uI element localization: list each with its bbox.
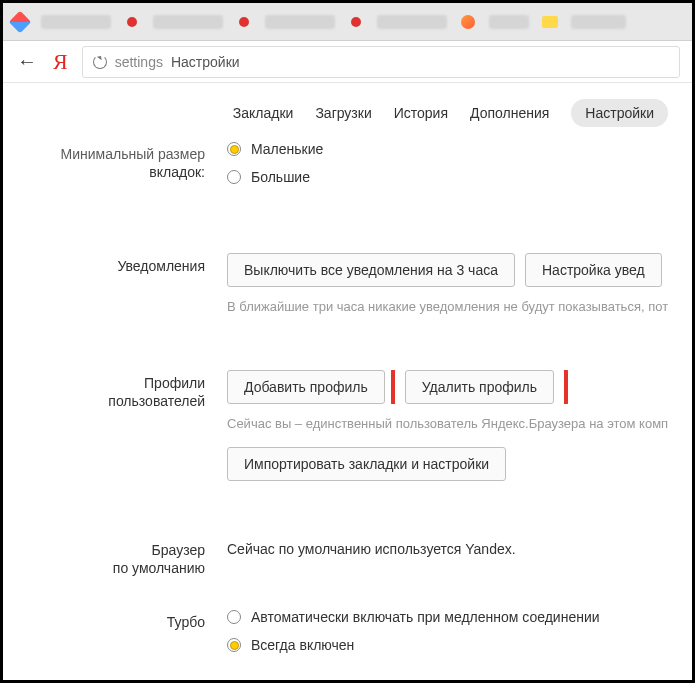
radio-icon	[227, 170, 241, 184]
yandex-logo[interactable]: Я	[53, 49, 68, 75]
settings-body: Минимальный размер вкладок: Маленькие Бо…	[3, 141, 692, 683]
label-tab-size-l1: Минимальный размер	[3, 145, 205, 163]
reload-icon[interactable]	[93, 55, 107, 69]
tab-favicon-2[interactable]	[123, 13, 141, 31]
radio-icon	[227, 610, 241, 624]
radio-icon	[227, 142, 241, 156]
default-browser-text: Сейчас по умолчанию используется Yandex.	[227, 537, 692, 557]
delete-profile-button[interactable]: Удалить профиль	[405, 370, 554, 404]
radio-turbo-auto[interactable]: Автоматически включать при медленном сое…	[227, 609, 692, 625]
notifications-hint: В ближайшие три часа никакие уведомления…	[227, 299, 692, 314]
profiles-hint: Сейчас вы – единственный пользователь Ян…	[227, 416, 692, 431]
label-turbo: Турбо	[3, 609, 227, 665]
settings-nav-tabs: Закладки Загрузки История Дополнения Нас…	[3, 83, 692, 141]
tab-settings[interactable]: Настройки	[571, 99, 668, 127]
delete-profile-highlight: Удалить профиль	[391, 370, 568, 404]
radio-label-auto: Автоматически включать при медленном сое…	[251, 609, 600, 625]
address-field[interactable]: settings Настройки	[82, 46, 680, 78]
label-profiles-l2: пользователей	[3, 392, 205, 410]
tab-favicon-5[interactable]	[459, 13, 477, 31]
tab-title-blur-4	[377, 15, 447, 29]
radio-tabsize-large[interactable]: Большие	[227, 169, 692, 185]
tab-title-blur-5	[489, 15, 529, 29]
address-title: Настройки	[171, 54, 240, 70]
tab-title-blur-1	[41, 15, 111, 29]
tab-favicon-4[interactable]	[347, 13, 365, 31]
label-default-browser: Браузер по умолчанию	[3, 537, 227, 577]
tab-title-blur-6	[571, 15, 626, 29]
tab-history[interactable]: История	[394, 105, 448, 121]
radio-label-large: Большие	[251, 169, 310, 185]
tab-addons[interactable]: Дополнения	[470, 105, 549, 121]
tab-favicon-3[interactable]	[235, 13, 253, 31]
label-tab-size-l2: вкладок:	[3, 163, 205, 181]
radio-label-always: Всегда включен	[251, 637, 354, 653]
row-default-browser: Браузер по умолчанию Сейчас по умолчанию…	[3, 537, 692, 577]
tab-bookmarks[interactable]: Закладки	[233, 105, 294, 121]
row-profiles: Профили пользователей Добавить профиль У…	[3, 370, 692, 481]
tab-downloads[interactable]: Загрузки	[315, 105, 371, 121]
label-default-browser-l2: по умолчанию	[3, 559, 205, 577]
row-notifications: Уведомления Выключить все уведомления на…	[3, 253, 692, 314]
tab-title-blur-3	[265, 15, 335, 29]
tab-favicon-1[interactable]	[11, 13, 29, 31]
add-profile-button[interactable]: Добавить профиль	[227, 370, 385, 404]
tab-title-blur-2	[153, 15, 223, 29]
label-default-browser-l1: Браузер	[3, 541, 205, 559]
mute-notifications-button[interactable]: Выключить все уведомления на 3 часа	[227, 253, 515, 287]
notification-settings-button[interactable]: Настройка увед	[525, 253, 662, 287]
back-button[interactable]: ←	[15, 50, 39, 73]
tab-favicon-6[interactable]	[541, 13, 559, 31]
radio-turbo-always[interactable]: Всегда включен	[227, 637, 692, 653]
radio-label-small: Маленькие	[251, 141, 323, 157]
label-profiles-l1: Профили	[3, 374, 205, 392]
label-notifications: Уведомления	[3, 253, 227, 314]
browser-tab-strip	[3, 3, 692, 41]
address-prefix: settings	[115, 54, 163, 70]
label-tab-size: Минимальный размер вкладок:	[3, 141, 227, 197]
import-bookmarks-button[interactable]: Импортировать закладки и настройки	[227, 447, 506, 481]
row-turbo: Турбо Автоматически включать при медленн…	[3, 609, 692, 665]
radio-tabsize-small[interactable]: Маленькие	[227, 141, 692, 157]
label-profiles: Профили пользователей	[3, 370, 227, 481]
address-bar-row: ← Я settings Настройки	[3, 41, 692, 83]
radio-icon	[227, 638, 241, 652]
row-tab-size: Минимальный размер вкладок: Маленькие Бо…	[3, 141, 692, 197]
